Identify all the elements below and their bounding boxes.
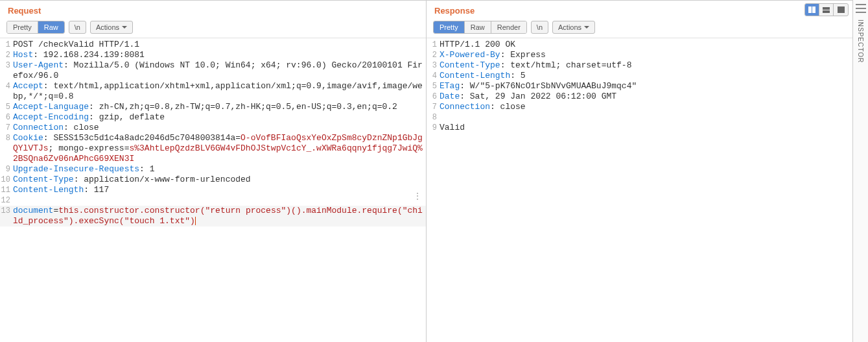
response-panel: Response Pretty Raw Render \n Actions 1H…	[427, 1, 852, 342]
line-content[interactable]: Content-Length: 117	[13, 185, 426, 195]
layout-single[interactable]	[834, 4, 848, 16]
layout-vertical-split[interactable]	[805, 4, 819, 16]
line-number: 13	[0, 206, 13, 216]
newline-toggle[interactable]: \n	[69, 21, 86, 34]
tab-pretty[interactable]: Pretty	[434, 21, 465, 33]
response-editor[interactable]: 1HTTP/1.1 200 OK2X-Powered-By: Express3C…	[427, 38, 852, 342]
line-number: 1	[0, 40, 13, 50]
layout-horizontal-split[interactable]	[819, 4, 834, 16]
line-number: 2	[0, 50, 13, 60]
editor-line[interactable]: 8Cookie: SESS153c5d1c4a8adc2046d5c704800…	[0, 133, 426, 164]
line-content[interactable]: Content-Type: text/html; charset=utf-8	[440, 60, 852, 71]
newline-toggle[interactable]: \n	[531, 21, 548, 34]
tab-render[interactable]: Render	[491, 21, 526, 33]
editor-line[interactable]: 6Accept-Encoding: gzip, deflate	[0, 112, 426, 123]
line-number: 7	[0, 123, 13, 133]
line-number: 7	[427, 102, 440, 112]
editor-line[interactable]: 5ETag: W/"5-pK76NcO1rSbNVvGMUAABuJ9mqc4"	[427, 81, 852, 92]
editor-line[interactable]: 1POST /checkValid HTTP/1.1	[0, 40, 426, 50]
line-number: 3	[427, 60, 440, 71]
line-number: 8	[427, 112, 440, 123]
editor-line[interactable]: 7Connection: close	[427, 102, 852, 112]
editor-line[interactable]: 5Accept-Language: zh-CN,zh;q=0.8,zh-TW;q…	[0, 102, 426, 112]
line-number: 9	[427, 123, 440, 133]
tab-raw[interactable]: Raw	[465, 21, 491, 33]
line-content[interactable]: Content-Length: 5	[440, 71, 852, 81]
right-rail: INSPECTOR	[852, 0, 868, 342]
line-content[interactable]: POST /checkValid HTTP/1.1	[13, 40, 426, 50]
editor-line[interactable]: 3User-Agent: Mozilla/5.0 (Windows NT 10.…	[0, 60, 426, 81]
response-title: Response	[434, 6, 475, 16]
response-toolbar: Pretty Raw Render \n Actions	[427, 18, 852, 38]
request-title: Request	[8, 6, 41, 16]
layout-controls	[804, 3, 849, 16]
line-number: 9	[0, 164, 13, 175]
editor-line[interactable]: 2Host: 192.168.234.139:8081	[0, 50, 426, 60]
editor-line[interactable]: 8	[427, 112, 852, 123]
line-number: 2	[427, 50, 440, 60]
line-content[interactable]: X-Powered-By: Express	[440, 50, 852, 60]
line-content[interactable]: Connection: close	[13, 123, 426, 133]
line-number: 1	[427, 40, 440, 50]
editor-line[interactable]: 1HTTP/1.1 200 OK	[427, 40, 852, 50]
line-content[interactable]: Cookie: SESS153c5d1c4a8adc2046d5c7048003…	[13, 133, 426, 164]
more-icon[interactable]: ⋮	[413, 194, 422, 198]
tab-pretty[interactable]: Pretty	[7, 21, 38, 33]
actions-menu[interactable]: Actions	[90, 21, 133, 34]
line-number: 11	[0, 185, 13, 195]
line-number: 5	[427, 81, 440, 92]
line-content[interactable]: Date: Sat, 29 Jan 2022 06:12:00 GMT	[440, 92, 852, 102]
line-content[interactable]: Host: 192.168.234.139:8081	[13, 50, 426, 60]
actions-menu[interactable]: Actions	[552, 21, 595, 34]
line-number: 4	[0, 81, 13, 92]
line-number: 6	[427, 92, 440, 102]
editor-line[interactable]: 13document=this.constructor.constructor(…	[0, 206, 426, 226]
editor-line[interactable]: 9Upgrade-Insecure-Requests: 1	[0, 164, 426, 175]
line-content[interactable]: Accept-Encoding: gzip, deflate	[13, 112, 426, 123]
line-content[interactable]: document=this.constructor.constructor("r…	[13, 206, 426, 226]
editor-line[interactable]: 4Accept: text/html,application/xhtml+xml…	[0, 81, 426, 102]
main-split: Request Pretty Raw \n Actions 1POST /che…	[0, 0, 852, 342]
request-toolbar: Pretty Raw \n Actions	[0, 18, 426, 38]
text-cursor	[195, 217, 196, 225]
editor-line[interactable]: 2X-Powered-By: Express	[427, 50, 852, 60]
editor-line[interactable]: 10Content-Type: application/x-www-form-u…	[0, 175, 426, 185]
request-editor[interactable]: 1POST /checkValid HTTP/1.12Host: 192.168…	[0, 38, 426, 342]
response-header: Response	[427, 1, 852, 18]
line-number: 5	[0, 102, 13, 112]
tab-raw[interactable]: Raw	[38, 21, 64, 33]
chevron-down-icon	[122, 26, 127, 29]
line-content[interactable]: HTTP/1.1 200 OK	[440, 40, 852, 50]
line-content[interactable]: ETag: W/"5-pK76NcO1rSbNVvGMUAABuJ9mqc4"	[440, 81, 852, 92]
line-number: 3	[0, 60, 13, 71]
menu-icon[interactable]	[856, 4, 866, 13]
request-panel: Request Pretty Raw \n Actions 1POST /che…	[0, 1, 427, 342]
line-content[interactable]: Accept-Language: zh-CN,zh;q=0.8,zh-TW;q=…	[13, 102, 426, 112]
request-header: Request	[0, 1, 426, 18]
line-number: 12	[0, 195, 13, 206]
line-content[interactable]: Accept: text/html,application/xhtml+xml,…	[13, 81, 426, 102]
line-number: 4	[427, 71, 440, 81]
inspector-tab[interactable]: INSPECTOR	[857, 19, 864, 63]
line-number: 10	[0, 175, 13, 185]
editor-line[interactable]: 7Connection: close	[0, 123, 426, 133]
line-content[interactable]: Connection: close	[440, 102, 852, 112]
editor-line[interactable]: 12	[0, 195, 426, 206]
editor-line[interactable]: 6Date: Sat, 29 Jan 2022 06:12:00 GMT	[427, 92, 852, 102]
request-view-tabs: Pretty Raw	[6, 21, 65, 34]
editor-line[interactable]: 11Content-Length: 117	[0, 185, 426, 195]
line-content[interactable]: Content-Type: application/x-www-form-url…	[13, 175, 426, 185]
line-content[interactable]: Upgrade-Insecure-Requests: 1	[13, 164, 426, 175]
line-content[interactable]: Valid	[440, 123, 852, 133]
response-view-tabs: Pretty Raw Render	[433, 21, 527, 34]
chevron-down-icon	[584, 26, 589, 29]
line-content[interactable]: User-Agent: Mozilla/5.0 (Windows NT 10.0…	[13, 60, 426, 81]
editor-line[interactable]: 9Valid	[427, 123, 852, 133]
line-number: 6	[0, 112, 13, 123]
editor-line[interactable]: 3Content-Type: text/html; charset=utf-8	[427, 60, 852, 71]
line-number: 8	[0, 133, 13, 143]
editor-line[interactable]: 4Content-Length: 5	[427, 71, 852, 81]
